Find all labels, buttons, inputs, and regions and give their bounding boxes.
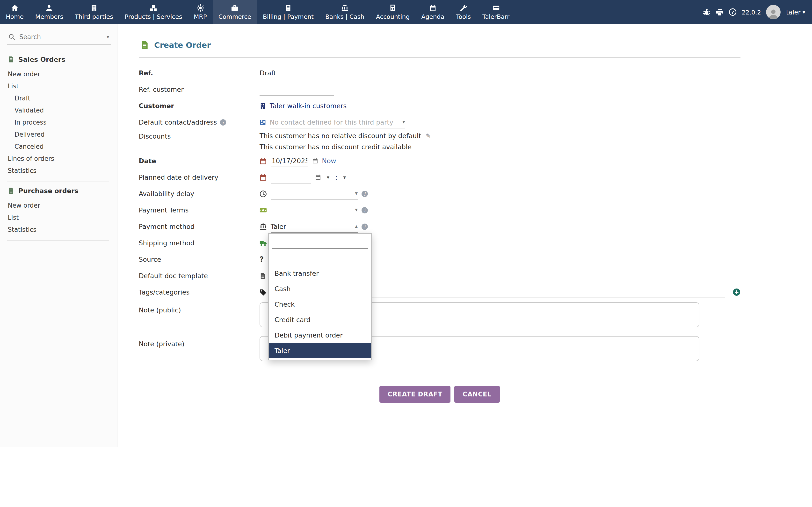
contact-info-icon[interactable]: i — [220, 119, 226, 125]
delivery-minute-select[interactable]: ▾ — [341, 174, 348, 180]
sidebar-section-title: Sales Orders — [18, 56, 65, 63]
search-dropdown-caret-icon[interactable]: ▾ — [107, 34, 109, 40]
nav-item-commerce[interactable]: Commerce — [213, 0, 257, 24]
avatar[interactable] — [766, 5, 781, 19]
dropdown-option-cash[interactable]: Cash — [269, 281, 371, 296]
nav-item-label: Commerce — [218, 13, 251, 20]
availability-select-caret-icon: ▾ — [355, 190, 358, 196]
nav-item-talerbarr[interactable]: TalerBarr — [476, 0, 515, 24]
contact-select-placeholder: No contact defined for this third party — [270, 118, 394, 126]
sidebar-item-lines-of-orders[interactable]: Lines of orders — [7, 153, 111, 165]
contact-select[interactable]: No contact defined for this third party … — [270, 116, 405, 128]
customer-link[interactable]: Taler walk-in customers — [270, 102, 347, 110]
cancel-button[interactable]: CANCEL — [455, 386, 500, 403]
nav-item-label: Accounting — [376, 13, 410, 20]
row-payment-terms: Payment Terms ▾ i — [139, 202, 741, 218]
row-planned-delivery: Planned date of delivery ▾ : ▾ — [139, 169, 741, 185]
sidebar-item-in-process[interactable]: In process — [7, 116, 111, 128]
payment-method-select-caret-icon: ▴ — [355, 223, 358, 229]
dropdown-option-check[interactable]: Check — [269, 296, 371, 312]
nav-item-label: TalerBarr — [483, 13, 509, 20]
banks-icon — [341, 4, 349, 11]
sidebar-item-validated[interactable]: Validated — [7, 104, 111, 116]
nav-item-mrp[interactable]: MRP — [188, 0, 213, 24]
ref-customer-input[interactable] — [260, 83, 334, 95]
now-link[interactable]: Now — [322, 157, 336, 165]
dropdown-option-bank-transfer[interactable]: Bank transfer — [269, 266, 371, 281]
dropdown-option-credit-card[interactable]: Credit card — [269, 312, 371, 327]
sidebar-search[interactable]: ▾ — [7, 30, 111, 45]
delivery-date-input[interactable] — [271, 171, 311, 183]
agenda-icon — [429, 4, 437, 11]
row-ref: Ref. Draft — [139, 65, 741, 81]
sidebar-item-delivered[interactable]: Delivered — [7, 128, 111, 140]
payment-terms-select-caret-icon: ▾ — [355, 207, 358, 213]
nav-item-label: Billing | Payment — [263, 13, 314, 20]
date-picker-icon[interactable] — [312, 158, 318, 164]
nav-item-tools[interactable]: Tools — [450, 0, 477, 24]
sidebar-item-new-order[interactable]: New order — [7, 68, 111, 80]
availability-select[interactable]: ▾ — [271, 187, 358, 200]
row-tags: Tags/categories — [139, 284, 741, 300]
divider — [139, 57, 741, 58]
payment-terms-select[interactable]: ▾ — [271, 204, 358, 216]
user-menu[interactable]: taler ▾ — [786, 8, 805, 16]
nav-item-accounting[interactable]: Accounting — [370, 0, 416, 24]
time-separator: : — [335, 173, 337, 181]
discounts-line-2: This customer has no discount credit ava… — [260, 142, 741, 153]
availability-info-icon[interactable]: i — [361, 190, 368, 197]
sidebar-item-po-list[interactable]: List — [7, 212, 111, 224]
payment-terms-info-icon[interactable]: i — [361, 207, 368, 213]
ref-customer-label: Ref. customer — [139, 86, 260, 93]
edit-pencil-icon[interactable]: ✎ — [425, 132, 431, 139]
bug-report-icon[interactable] — [703, 8, 710, 16]
delivery-hour-select[interactable]: ▾ — [325, 174, 331, 180]
row-note-public: Note (public) — [139, 302, 741, 327]
nav-item-third-parties[interactable]: Third parties — [69, 0, 119, 24]
sidebar-item-list[interactable]: List — [7, 80, 111, 92]
nav-item-billing-payment[interactable]: Billing | Payment — [257, 0, 319, 24]
search-input[interactable] — [18, 33, 103, 41]
help-icon[interactable]: ? — [729, 8, 737, 16]
dropdown-option-debit-payment-order[interactable]: Debit payment order — [269, 327, 371, 343]
page: Home Members Third parties Products | Se… — [0, 0, 812, 507]
username-label: taler — [786, 8, 801, 16]
printer-icon[interactable] — [716, 8, 723, 16]
nav-item-banks-cash[interactable]: Banks | Cash — [319, 0, 370, 24]
sidebar-divider — [7, 181, 109, 182]
dropdown-option-empty[interactable] — [269, 250, 371, 266]
sidebar-item-draft[interactable]: Draft — [7, 92, 111, 104]
dropdown-option-taler[interactable]: Taler — [269, 343, 371, 358]
tags-label: Tags/categories — [139, 288, 260, 296]
sidebar-item-po-new-order[interactable]: New order — [7, 200, 111, 212]
nav-item-agenda[interactable]: Agenda — [415, 0, 450, 24]
customer-label: Customer — [139, 102, 260, 110]
nav-item-products-services[interactable]: Products | Services — [119, 0, 188, 24]
action-buttons: CREATE DRAFT CANCEL — [139, 386, 741, 403]
row-ref-customer: Ref. customer — [139, 81, 741, 98]
divider — [139, 373, 741, 373]
source-label: Source — [139, 256, 260, 263]
third-parties-icon — [90, 4, 98, 11]
payment-method-select[interactable]: Taler ▴ — [271, 220, 358, 232]
nav-item-members[interactable]: Members — [30, 0, 69, 24]
delivery-date-picker-icon[interactable] — [315, 174, 321, 180]
sidebar-section-purchase-orders: Purchase orders — [8, 187, 111, 194]
sidebar-item-statistics[interactable]: Statistics — [7, 165, 111, 177]
payment-method-info-icon[interactable]: i — [361, 223, 368, 230]
create-draft-button[interactable]: CREATE DRAFT — [379, 386, 451, 403]
commerce-icon — [231, 4, 239, 11]
calendar-icon — [260, 157, 267, 164]
sidebar-item-po-statistics[interactable]: Statistics — [7, 224, 111, 236]
dropdown-search-input[interactable] — [272, 237, 368, 249]
sidebar-item-canceled[interactable]: Canceled — [7, 140, 111, 153]
shipping-label: Shipping method — [139, 239, 260, 247]
nav-item-home[interactable]: Home — [0, 0, 30, 24]
navbar-right: ? 22.0.2 taler ▾ — [703, 0, 812, 24]
date-input[interactable] — [271, 155, 308, 167]
add-tag-icon[interactable] — [733, 288, 741, 296]
ref-label: Ref. — [139, 69, 260, 77]
members-icon — [46, 4, 53, 11]
top-navbar: Home Members Third parties Products | Se… — [0, 0, 812, 24]
sidebar-section-title: Purchase orders — [18, 187, 78, 194]
